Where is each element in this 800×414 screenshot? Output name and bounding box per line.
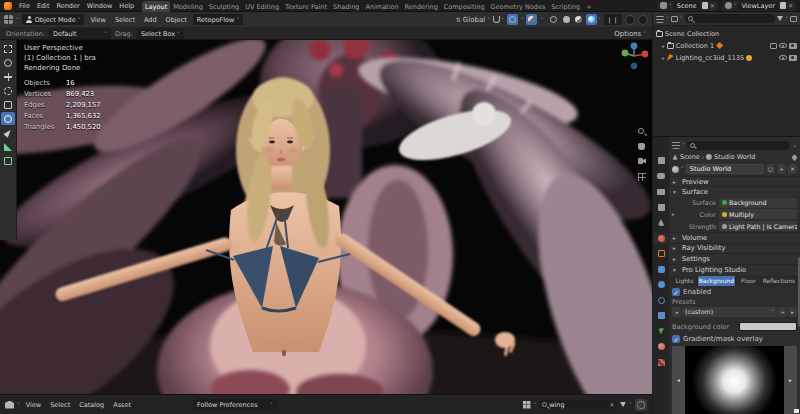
- tab-object[interactable]: [654, 248, 668, 259]
- exclude-checkbox-icon[interactable]: [770, 43, 777, 49]
- preset-prev-button[interactable]: ◂: [672, 307, 681, 317]
- menu-window[interactable]: Window: [84, 0, 116, 11]
- menu-select[interactable]: Select: [112, 16, 138, 24]
- breadcrumb-world[interactable]: Studio World: [714, 153, 755, 161]
- render-visibility-icon[interactable]: [789, 55, 797, 61]
- asset-menu-asset[interactable]: Asset: [110, 401, 134, 409]
- menu-view[interactable]: View: [87, 16, 108, 24]
- editor-type-icon[interactable]: [4, 15, 13, 24]
- pls-tab-floor[interactable]: Floor: [736, 276, 762, 287]
- tab-view-layer[interactable]: [654, 202, 668, 213]
- pan-hand-icon[interactable]: [638, 143, 647, 152]
- drag-dropdown[interactable]: Select Box ˅: [137, 28, 184, 39]
- panel-volume[interactable]: ▸ Volume: [669, 232, 800, 243]
- tab-render[interactable]: [654, 171, 668, 182]
- panel-surface[interactable]: ▾ Surface: [669, 186, 800, 197]
- breadcrumb-scene[interactable]: Scene: [680, 153, 700, 161]
- viewlayer-name[interactable]: ViewLayer: [738, 2, 778, 10]
- menu-render[interactable]: Render: [53, 0, 82, 11]
- options-dropdown[interactable]: Options ˅: [614, 30, 646, 38]
- asset-menu-catalog[interactable]: Catalog: [76, 401, 107, 409]
- hide-eye-icon[interactable]: [779, 43, 787, 48]
- tab-uv-editing[interactable]: UV Editing: [242, 1, 282, 12]
- outliner-editor-icon[interactable]: [656, 15, 664, 23]
- outliner-row-collection-1[interactable]: ▸ Collection 1: [656, 40, 797, 51]
- properties-editor-icon[interactable]: [672, 141, 680, 149]
- wireframe-shading-button[interactable]: [548, 14, 559, 25]
- tab-world[interactable]: [654, 233, 668, 244]
- collapse-icon[interactable]: ⌄: [792, 142, 797, 148]
- fake-user-button[interactable]: ○: [766, 164, 775, 174]
- scale-tool[interactable]: [1, 98, 15, 111]
- ortho-grid-icon[interactable]: [638, 173, 647, 182]
- zoom-icon[interactable]: [638, 128, 647, 137]
- pls-tab-background[interactable]: Background: [698, 276, 736, 287]
- snap-toggle[interactable]: ˅: [493, 16, 504, 23]
- new-scene-icon[interactable]: [702, 2, 708, 9]
- color-value-button[interactable]: Multiply: [719, 209, 797, 219]
- tab-scene[interactable]: [654, 217, 668, 228]
- asset-menu-view[interactable]: View: [23, 401, 44, 409]
- measure-tool[interactable]: [1, 140, 15, 153]
- tab-animation[interactable]: Animation: [362, 1, 401, 12]
- blender-logo-icon[interactable]: [4, 2, 12, 10]
- tab-modeling[interactable]: Modeling: [170, 1, 206, 12]
- transform-tool[interactable]: [1, 112, 15, 125]
- menu-file[interactable]: File: [16, 0, 33, 11]
- strength-value-button[interactable]: Light Path | Is Camera...: [719, 221, 797, 231]
- menu-object[interactable]: Object: [163, 16, 190, 24]
- move-tool[interactable]: [1, 70, 15, 83]
- panel-preview[interactable]: ▸ Preview: [669, 176, 800, 187]
- solid-shading-button[interactable]: [561, 14, 572, 25]
- tab-tool[interactable]: [654, 155, 668, 166]
- transform-orientation-dropdown[interactable]: ⇅ Global ˅: [456, 16, 490, 24]
- menu-add[interactable]: Add: [141, 16, 160, 24]
- viewport-3d[interactable]: User Perspective (1) Collection 1 | bra …: [0, 40, 652, 394]
- tab-texture[interactable]: [654, 357, 668, 368]
- pls-tab-reflections[interactable]: Reflections: [762, 276, 797, 287]
- gradient-overlay-checkbox[interactable]: ✓: [672, 335, 680, 343]
- unlink-scene-icon[interactable]: ✕: [710, 2, 715, 9]
- unlink-datablock-button[interactable]: ✕: [788, 164, 797, 174]
- pls-tab-lights[interactable]: Lights: [672, 276, 698, 287]
- panel-ray-visibility[interactable]: ▸ Ray Visibility: [669, 243, 800, 254]
- tab-geometry-nodes[interactable]: Geometry Nodes: [488, 1, 549, 12]
- filter-icon[interactable]: [777, 16, 783, 21]
- asset-settings-button[interactable]: [635, 399, 647, 411]
- menu-help[interactable]: Help: [116, 0, 137, 11]
- preset-dropdown[interactable]: (custom) ˅: [682, 307, 777, 317]
- add-cube-tool[interactable]: [1, 154, 15, 167]
- add-workspace-button[interactable]: +: [583, 1, 594, 12]
- world-name-field[interactable]: Studio World: [686, 164, 764, 174]
- panel-settings[interactable]: ▸ Settings: [669, 253, 800, 264]
- preview-prev-button[interactable]: ◂: [672, 346, 685, 414]
- outliner-row-lighting[interactable]: ▸ Lighting_cc3iid_1135: [656, 52, 797, 63]
- asset-menu-select[interactable]: Select: [47, 401, 73, 409]
- outliner-row-scene-collection[interactable]: Scene Collection: [656, 28, 797, 39]
- retopoflow-menu[interactable]: RetopoFlow ˅: [193, 14, 243, 25]
- remove-viewlayer-icon[interactable]: ✕: [788, 2, 793, 9]
- display-size-icon[interactable]: [523, 401, 531, 409]
- new-datablock-button[interactable]: +: [777, 164, 786, 174]
- pause-render-button[interactable]: ❘❘: [604, 14, 622, 25]
- display-mode-icon[interactable]: [671, 16, 678, 22]
- tab-shading[interactable]: Shading: [330, 1, 362, 12]
- material-shading-button[interactable]: [573, 14, 584, 25]
- rotate-tool[interactable]: [1, 84, 15, 97]
- xray-toggle-button[interactable]: [638, 15, 648, 25]
- tab-object-data[interactable]: [654, 326, 668, 337]
- mode-dropdown[interactable]: Object Mode ˅: [22, 14, 85, 25]
- gizmo-toggle[interactable]: [526, 14, 537, 25]
- outliner-search-input[interactable]: [685, 14, 776, 23]
- library-dropdown[interactable]: Follow Preferences ˅: [193, 399, 277, 410]
- tab-output[interactable]: [654, 186, 668, 197]
- tab-rendering[interactable]: Rendering: [402, 1, 441, 12]
- scene-name[interactable]: Scene: [674, 2, 700, 10]
- clear-search-icon[interactable]: ✕: [609, 401, 614, 408]
- viewlayer-selector[interactable]: ˅ ViewLayer ✕: [722, 1, 796, 11]
- tab-modifiers[interactable]: [654, 264, 668, 275]
- asset-filter-icon[interactable]: [620, 402, 626, 407]
- tab-scripting[interactable]: Scripting: [548, 1, 583, 12]
- gradient-preview-image[interactable]: [685, 346, 784, 414]
- select-box-tool[interactable]: [1, 42, 15, 55]
